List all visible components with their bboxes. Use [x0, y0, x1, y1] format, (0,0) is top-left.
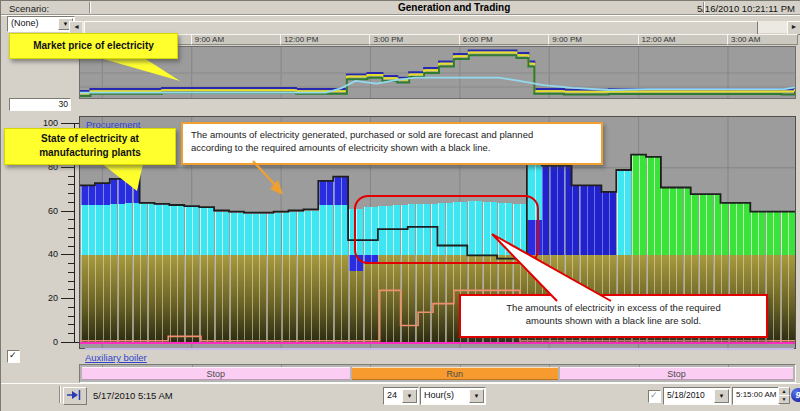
- market-price-chart: [79, 46, 796, 99]
- y-tick-label: 0: [25, 337, 58, 347]
- time-scale-segment: 12:00 PM: [280, 34, 373, 45]
- y-tick: [61, 167, 74, 168]
- plant-state-callout: State of electricity at manufacturing pl…: [4, 128, 176, 165]
- scrollbar-thumb[interactable]: [84, 21, 758, 35]
- duration-count-dropdown-button[interactable]: ▼: [402, 389, 417, 403]
- duration-unit-dropdown-button[interactable]: ▼: [469, 389, 484, 403]
- pin-icon: [66, 389, 82, 401]
- header-divider: [703, 2, 705, 13]
- chevron-down-icon: ▼: [63, 21, 69, 27]
- y-tick: [68, 176, 74, 177]
- end-time-value: 5:15:00 AM: [736, 390, 776, 399]
- forecast-note-line1: The amounts of electricity generated, pu…: [191, 128, 601, 141]
- y-tick-label: 20: [25, 293, 58, 303]
- schedule-segment-label: Stop: [82, 368, 350, 380]
- end-time-spinner[interactable]: ▲ ▼: [778, 387, 790, 403]
- y-tick: [68, 307, 74, 308]
- price-threshold-value: 30: [59, 99, 68, 109]
- schedule-segment-label: Stop: [560, 368, 793, 380]
- sold-note-line2: amounts shown with a black line are sold…: [461, 314, 766, 327]
- y-tick-label: 100: [25, 118, 58, 128]
- y-tick: [68, 246, 74, 247]
- duration-count-value: 24: [387, 390, 397, 400]
- y-tick-label: 40: [25, 249, 58, 259]
- y-tick: [68, 219, 74, 220]
- sold-note-line1: The amounts of electricity in excess of …: [461, 301, 766, 314]
- checkmark-icon: ✓: [9, 351, 17, 360]
- y-tick: [68, 281, 74, 282]
- chevron-down-icon: ▼: [407, 393, 413, 399]
- checkmark-icon: ✓: [650, 391, 658, 400]
- scenario-value: (None): [11, 18, 39, 28]
- time-scale-segment: 9:00 PM: [548, 34, 641, 45]
- y-tick: [68, 333, 74, 334]
- scenario-select[interactable]: (None) ▼: [7, 16, 75, 32]
- time-scale-segment: 9:00 AM: [191, 34, 284, 45]
- end-date-select[interactable]: 5/18/2010 ▼: [663, 387, 731, 405]
- auxiliary-boiler-link[interactable]: Auxiliary boiler: [85, 352, 147, 363]
- chevron-down-icon: ▼: [719, 393, 725, 399]
- schedule-segment-stop[interactable]: Stop: [82, 367, 350, 380]
- forecast-note-box: The amounts of electricity generated, pu…: [181, 122, 603, 165]
- y-tick: [68, 184, 74, 185]
- y-tick: [68, 193, 74, 194]
- y-tick: [68, 237, 74, 238]
- swirl-icon: 9: [795, 390, 800, 400]
- time-scale-segment: 3:00 PM: [369, 34, 462, 45]
- duration-unit-value: Hour(s): [424, 390, 454, 400]
- pin-range-button[interactable]: [63, 387, 87, 405]
- scrollbar-right-button[interactable]: ►: [787, 21, 800, 35]
- y-tick: [68, 272, 74, 273]
- chevron-down-icon: ▼: [474, 393, 480, 399]
- duration-unit-select[interactable]: Hour(s) ▼: [420, 387, 486, 405]
- end-date-dropdown-button[interactable]: ▼: [714, 389, 729, 403]
- time-scale-segment: 6:00 PM: [459, 34, 552, 45]
- arrow-up-icon: ▲: [782, 388, 787, 394]
- time-scale-segment: 3:00 AM: [727, 34, 798, 45]
- duration-count-select[interactable]: 24 ▼: [383, 387, 419, 405]
- header-divider: [89, 2, 91, 13]
- price-threshold-input[interactable]: 30: [9, 98, 71, 111]
- y-tick: [68, 316, 74, 317]
- spin-down-button[interactable]: ▼: [778, 395, 790, 404]
- chart-bottom-strip: [85, 348, 794, 350]
- boiler-schedule-bar: StopRunStop: [79, 364, 796, 383]
- current-timestamp: 5/16/2010 10:21:11 PM: [697, 3, 795, 14]
- app-logo-button[interactable]: 9: [791, 388, 800, 402]
- toolbar-divider: [59, 386, 61, 403]
- schedule-segment-label: Run: [352, 368, 559, 380]
- y-tick-label: 60: [25, 206, 58, 216]
- market-price-callout: Market price of electricity: [9, 33, 178, 59]
- end-datetime-checkbox[interactable]: ✓: [648, 390, 661, 403]
- page-title: Generation and Trading: [398, 2, 510, 13]
- sold-note-box: The amounts of electricity in excess of …: [459, 294, 768, 338]
- arrow-right-icon: ►: [791, 23, 798, 30]
- aux-boiler-checkbox[interactable]: ✓: [7, 350, 20, 363]
- highlight-region: [354, 195, 539, 264]
- y-tick: [61, 123, 74, 124]
- time-scale: 6:00 AM9:00 AM12:00 PM3:00 PM6:00 PM9:00…: [85, 34, 794, 45]
- y-tick: [68, 324, 74, 325]
- header-underline: [1, 14, 800, 16]
- market-price-callout-text: Market price of electricity: [33, 40, 154, 51]
- forecast-note-line2: according to the required amounts of ele…: [191, 141, 601, 154]
- plant-state-callout-text: State of electricity at manufacturing pl…: [39, 133, 141, 158]
- y-tick: [61, 298, 74, 299]
- y-tick: [68, 202, 74, 203]
- scenario-label: Scenario:: [9, 3, 49, 14]
- y-tick: [61, 254, 74, 255]
- generation-and-trading-window: Scenario: Generation and Trading 5/16/20…: [0, 0, 800, 411]
- time-scale-segment: 12:00 AM: [638, 34, 731, 45]
- y-tick: [68, 228, 74, 229]
- y-tick: [61, 342, 74, 343]
- schedule-segment-run[interactable]: Run: [352, 367, 559, 380]
- y-tick: [61, 211, 74, 212]
- y-tick: [68, 289, 74, 290]
- schedule-segment-stop[interactable]: Stop: [560, 367, 793, 380]
- end-time-input[interactable]: 5:15:00 AM: [732, 387, 780, 405]
- range-start-label: 5/17/2010 5:15 AM: [93, 390, 173, 401]
- end-date-value: 5/18/2010: [667, 390, 705, 400]
- arrow-down-icon: ▼: [782, 396, 787, 402]
- y-tick: [68, 263, 74, 264]
- arrow-left-icon: ◄: [73, 23, 80, 30]
